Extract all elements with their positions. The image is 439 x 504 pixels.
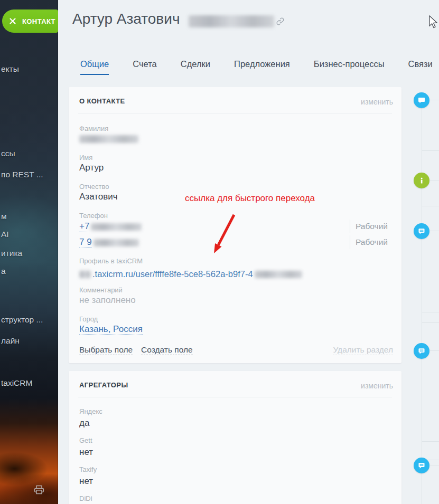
timeline-message-icon[interactable]	[414, 458, 429, 473]
sidebar-item-projects[interactable]: екты	[1, 64, 19, 74]
tab-bar: Общие Счета Сделки Предложения Бизнес-пр…	[80, 59, 433, 75]
entity-badge-label: КОНТАКТ	[22, 17, 55, 25]
delete-section-link[interactable]: Удалить раздел	[333, 345, 393, 355]
sidebar-item-ai[interactable]: AI	[1, 230, 9, 239]
timeline-message-icon[interactable]	[414, 343, 429, 359]
annotation-text: ссылка для быстрого перехода	[185, 193, 315, 204]
divider	[78, 113, 392, 113]
divider	[422, 206, 439, 206]
field-label-surname: Фамилия	[79, 125, 108, 132]
field-label-taxify: Taxify	[79, 465, 97, 473]
sidebar-item-crm[interactable]: м	[1, 212, 7, 221]
annotation-arrow	[210, 212, 238, 256]
sidebar-item-analytics[interactable]: итика	[1, 249, 22, 258]
divider	[422, 150, 439, 151]
timeline-info-icon[interactable]	[414, 173, 429, 188]
timeline-message-icon[interactable]	[414, 223, 429, 239]
sidebar-item-constructor[interactable]: структор ...	[1, 315, 43, 325]
mouse-cursor	[428, 15, 438, 29]
divider	[430, 100, 439, 100]
redacted-surname-value	[79, 135, 138, 143]
phone-row: 7 9	[79, 237, 139, 248]
tab-general[interactable]: Общие	[80, 59, 109, 75]
card-actions: Выбрать поле Создать поле	[79, 345, 193, 355]
select-field-link[interactable]: Выбрать поле	[79, 345, 133, 355]
redacted-phone-1	[91, 223, 142, 231]
divider	[422, 322, 439, 323]
phone-link[interactable]: 7 9	[79, 237, 92, 248]
tab-deals[interactable]: Сделки	[181, 59, 210, 75]
field-value-comment: не заполнено	[79, 295, 136, 306]
phone-link[interactable]: +7	[79, 221, 89, 232]
card-title: О КОНТАКТЕ	[79, 97, 125, 105]
phone-type-label: Рабочий	[356, 237, 388, 247]
field-value-name: Артур	[79, 163, 104, 173]
field-value-gett: нет	[79, 447, 93, 458]
redacted-url-suffix	[255, 271, 302, 278]
divider	[430, 180, 439, 180]
timeline-comment-icon[interactable]	[414, 92, 429, 108]
divider	[422, 312, 439, 312]
divider	[350, 220, 350, 233]
field-label-didi: DiDi	[79, 495, 92, 502]
field-label-yandex: Яндекс	[79, 407, 102, 415]
tab-invoices[interactable]: Счета	[133, 59, 157, 75]
phone-row: +7	[79, 221, 142, 232]
entity-badge-contact[interactable]: КОНТАКТ	[2, 9, 58, 33]
sidebar: екты ссы по REST ... м AI итика а структ…	[0, 0, 58, 504]
field-label-name: Имя	[79, 154, 92, 161]
aggregators-card: АГРЕГАТОРЫ изменить Яндекс да Gett нет T…	[69, 371, 401, 504]
field-label-comment: Комментарий	[79, 286, 123, 294]
redacted-phone-2	[94, 239, 139, 246]
divider	[430, 231, 439, 231]
field-label-profile: Профиль в taxiCRM	[79, 257, 143, 265]
redacted-lastname	[189, 15, 274, 27]
printer-icon[interactable]	[33, 484, 45, 497]
sidebar-item-rest[interactable]: по REST ...	[1, 170, 43, 179]
field-label-gett: Gett	[79, 436, 92, 444]
field-label-patronymic: Отчество	[79, 183, 109, 191]
field-value-yandex: да	[79, 418, 89, 429]
create-field-link[interactable]: Создать поле	[141, 345, 193, 355]
tab-quotes[interactable]: Предложения	[234, 59, 290, 75]
city-link[interactable]: Казань, Россия	[79, 324, 143, 335]
divider	[422, 441, 439, 442]
divider	[430, 350, 439, 351]
tab-processes[interactable]: Бизнес-процессы	[314, 59, 385, 75]
phone-type-label: Рабочий	[356, 222, 388, 231]
edit-link[interactable]: изменить	[361, 382, 393, 390]
sidebar-item-taxicrm[interactable]: taxiCRM	[1, 378, 32, 388]
field-value-patronymic: Азатович	[79, 192, 118, 202]
divider	[430, 465, 439, 465]
card-title: АГРЕГАТОРЫ	[79, 381, 128, 389]
sidebar-item-6[interactable]: а	[1, 267, 6, 276]
divider	[350, 235, 350, 249]
copy-link-icon[interactable]	[276, 17, 284, 27]
field-value-taxify: нет	[79, 476, 93, 487]
sidebar-item-processes[interactable]: ссы	[1, 149, 15, 158]
crm-contact-slider: екты ссы по REST ... м AI итика а структ…	[0, 0, 439, 504]
close-icon[interactable]	[9, 17, 16, 25]
field-label-phone: Телефон	[79, 212, 108, 220]
sidebar-item-online[interactable]: лайн	[1, 336, 20, 346]
tab-relations[interactable]: Связи	[408, 59, 433, 75]
taxicrm-profile-link[interactable]: .taxicrm.ru/user/ffffe8fe-5ce8-562a-b9f7…	[92, 269, 253, 279]
profile-url-row: .taxicrm.ru/user/ffffe8fe-5ce8-562a-b9f7…	[79, 269, 302, 279]
timeline-rail	[422, 101, 422, 504]
edit-link[interactable]: изменить	[361, 98, 393, 106]
page-title: Артур Азатович	[72, 11, 180, 27]
divider	[78, 397, 392, 397]
redacted-url-prefix	[79, 271, 91, 278]
field-label-city: Город	[79, 315, 98, 323]
